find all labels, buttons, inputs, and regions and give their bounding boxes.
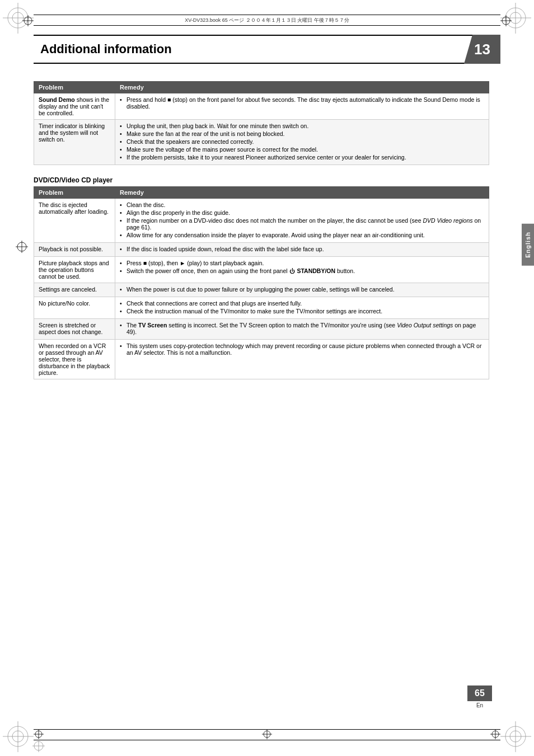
second-table-problem-cell-3: Settings are canceled.	[34, 283, 115, 297]
second-table-remedy-cell-5: The TV Screen setting is incorrect. Set …	[115, 319, 489, 340]
remedy-bullet: When the power is cut due to power failu…	[120, 286, 484, 293]
bottom-left-corner-mark	[3, 721, 34, 753]
remedy-bullet: If the region number on a DVD-video disc…	[120, 217, 484, 231]
bottom-left-inner-reg	[32, 740, 45, 753]
first-table-remedy-header: Remedy	[115, 82, 489, 93]
second-table-problem-cell-2: Picture playback stops and the operation…	[34, 257, 115, 283]
header-file-text: XV-DV323.book 65 ページ ２００４年１月１３日 火曜日 午後７時…	[185, 17, 349, 24]
bottom-center-reg	[262, 729, 272, 740]
remedy-bullet: Make sure the voltage of the mains power…	[120, 146, 484, 153]
bottom-left-reg	[34, 729, 44, 740]
remedy-bullet: Check that the speakers are connected co…	[120, 138, 484, 145]
remedy-bullet: Check the instruction manual of the TV/m…	[120, 308, 484, 314]
page-number-box: 65	[467, 685, 492, 701]
dvd-section-subtitle: DVD/CD/Video CD player	[34, 176, 489, 184]
second-table-problem-cell-6: When recorded on a VCR or passed through…	[34, 340, 115, 379]
remedy-bullet: Clean the disc.	[120, 201, 484, 208]
remedy-bullet: Press and hold ■ (stop) on the front pan…	[120, 96, 484, 110]
second-table-problem-cell-0: The disc is ejected automatically after …	[34, 199, 115, 243]
bottom-right-corner-mark	[500, 721, 531, 753]
second-table-problem-cell-1: Playback is not possible.	[34, 243, 115, 257]
page: XV-DV323.book 65 ページ ２００４年１月１３日 火曜日 午後７時…	[0, 0, 534, 756]
first-problem-table: Problem Remedy Sound Demo shows in the d…	[34, 81, 489, 165]
remedy-bullet: Check that connections are correct and t…	[120, 300, 484, 307]
remedy-bullet: Make sure the fan at the rear of the uni…	[120, 130, 484, 137]
chapter-number-box: 13	[464, 35, 500, 64]
remedy-bullet: Press ■ (stop), then ► (play) to start p…	[120, 260, 484, 266]
page-number-area: 65 En	[467, 685, 492, 708]
remedy-bullet: This system uses copy-protection technol…	[120, 342, 484, 356]
first-table-remedy-cell-1: Unplug the unit, then plug back in. Wait…	[115, 120, 489, 165]
second-table-problem-header: Problem	[34, 187, 115, 199]
second-table-remedy-cell-2: Press ■ (stop), then ► (play) to start p…	[115, 257, 489, 283]
second-table-remedy-cell-0: Clean the disc.Align the disc properly i…	[115, 199, 489, 243]
remedy-bullet: If the disc is loaded upside down, reloa…	[120, 246, 484, 252]
second-problem-table: Problem Remedy The disc is ejected autom…	[34, 186, 489, 379]
remedy-bullet: Unplug the unit, then plug back in. Wait…	[120, 123, 484, 129]
second-table-remedy-cell-4: Check that connections are correct and t…	[115, 297, 489, 319]
remedy-bullet: If the problem persists, take it to your…	[120, 154, 484, 161]
second-table-remedy-cell-6: This system uses copy-protection technol…	[115, 340, 489, 379]
remedy-bullet: The TV Screen setting is incorrect. Set …	[120, 322, 484, 335]
content-area: Problem Remedy Sound Demo shows in the d…	[34, 76, 489, 391]
chapter-title: Additional information	[34, 42, 464, 57]
first-table-problem-header: Problem	[34, 82, 115, 93]
remedy-bullet: Align the disc properly in the disc guid…	[120, 209, 484, 216]
first-table-remedy-cell-0: Press and hold ■ (stop) on the front pan…	[115, 93, 489, 120]
second-table-remedy-cell-1: If the disc is loaded upside down, reloa…	[115, 243, 489, 257]
second-table-problem-cell-4: No picture/No color.	[34, 297, 115, 319]
remedy-bullet: Allow time for any condensation inside t…	[120, 232, 484, 238]
header-left-reg	[22, 15, 34, 27]
bottom-reg-row	[34, 729, 500, 740]
remedy-bullet: Switch the power off once, then on again…	[120, 267, 484, 274]
first-table-problem-cell-0: Sound Demo shows in the display and the …	[34, 93, 115, 120]
first-table-problem-cell-1: Timer indicator is blinking and the syst…	[34, 120, 115, 165]
header-bar: XV-DV323.book 65 ページ ２００４年１月１３日 火曜日 午後７時…	[34, 15, 500, 26]
left-mid-reg	[16, 241, 28, 254]
language-tab: English	[522, 224, 534, 266]
page-number-sub: En	[476, 702, 483, 708]
second-table-problem-cell-5: Screen is stretched or aspect does not c…	[34, 319, 115, 340]
second-table-remedy-header: Remedy	[115, 187, 489, 199]
header-right-reg	[500, 15, 512, 27]
chapter-title-area: Additional information 13	[34, 35, 500, 64]
bottom-right-reg	[490, 729, 500, 740]
second-table-remedy-cell-3: When the power is cut due to power failu…	[115, 283, 489, 297]
